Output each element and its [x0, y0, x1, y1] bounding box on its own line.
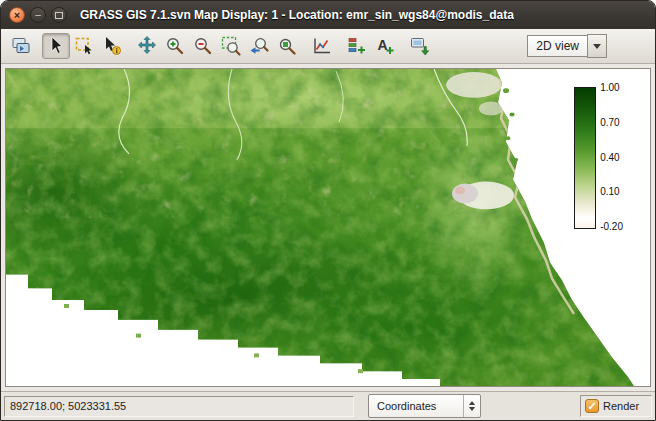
analyze-button[interactable] [308, 33, 336, 59]
window-title: GRASS GIS 7.1.svn Map Display: 1 - Locat… [80, 8, 514, 22]
zoom-in-button[interactable] [161, 33, 189, 59]
statusbar-mode-value: Coordinates [369, 400, 463, 412]
legend-tick: 0.40 [600, 152, 623, 163]
view-mode-value: 2D view [536, 39, 579, 53]
analyze-chart-icon [311, 35, 333, 57]
zoom-extent-button[interactable] [217, 33, 245, 59]
save-display-button[interactable] [406, 33, 434, 59]
coordinate-display: 892718.00; 5023331.55 [4, 396, 354, 417]
pan-button[interactable] [133, 33, 161, 59]
map-toolbar: A 2D view [1, 29, 655, 64]
render-checkbox[interactable]: ✓ [585, 399, 599, 413]
select-features-icon [73, 35, 95, 57]
view-mode-select[interactable]: 2D view [527, 34, 607, 58]
select-features-button[interactable] [70, 33, 98, 59]
zoom-region-button[interactable] [273, 33, 301, 59]
titlebar[interactable]: × – GRASS GIS 7.1.svn Map Display: 1 - L… [1, 1, 655, 29]
map-display-window: × – GRASS GIS 7.1.svn Map Display: 1 - L… [0, 0, 656, 421]
statusbar-mode-select[interactable]: Coordinates [368, 394, 481, 418]
zoom-back-icon [248, 35, 270, 57]
add-text-icon: A [374, 35, 396, 57]
zoom-extent-icon [220, 35, 242, 57]
add-legend-icon [346, 35, 368, 57]
add-text-button[interactable]: A [371, 33, 399, 59]
statusbar: 892718.00; 5023331.55 Coordinates ✓ Rend… [1, 391, 655, 420]
close-icon: × [14, 10, 20, 21]
save-display-icon [409, 35, 431, 57]
chevron-down-icon [587, 34, 607, 58]
render-option: ✓ Render [580, 395, 652, 417]
render-label: Render [603, 400, 639, 412]
zoom-back-button[interactable] [245, 33, 273, 59]
map-canvas[interactable]: 1.00 0.70 0.40 0.10 -0.20 [5, 68, 651, 387]
legend-tick: 1.00 [600, 82, 623, 93]
zoom-out-button[interactable] [189, 33, 217, 59]
check-icon: ✓ [587, 400, 596, 412]
legend-tick: 0.10 [600, 186, 623, 197]
add-map-elements-button[interactable] [343, 33, 371, 59]
zoom-region-icon [276, 35, 298, 57]
render-map-icon [10, 35, 32, 57]
minimize-icon: – [35, 10, 41, 20]
pan-icon [136, 35, 158, 57]
svg-text:A: A [378, 37, 388, 53]
render-map-button[interactable] [7, 33, 35, 59]
ndvi-raster-map [6, 69, 650, 386]
pointer-button[interactable] [42, 33, 70, 59]
maximize-button[interactable] [51, 7, 67, 23]
pointer-icon [45, 35, 67, 57]
minimize-button[interactable]: – [30, 7, 46, 23]
legend-tick: -0.20 [600, 221, 623, 232]
zoom-in-icon [164, 35, 186, 57]
query-icon [101, 35, 123, 57]
legend-gradient-bar [574, 87, 596, 229]
legend-labels: 1.00 0.70 0.40 0.10 -0.20 [600, 82, 623, 232]
legend-tick: 0.70 [600, 117, 623, 128]
spinner-arrows-icon [463, 395, 480, 417]
zoom-out-icon [192, 35, 214, 57]
close-button[interactable]: × [9, 7, 25, 23]
map-legend[interactable]: 1.00 0.70 0.40 0.10 -0.20 [574, 87, 623, 232]
query-button[interactable] [98, 33, 126, 59]
maximize-icon [55, 12, 63, 19]
